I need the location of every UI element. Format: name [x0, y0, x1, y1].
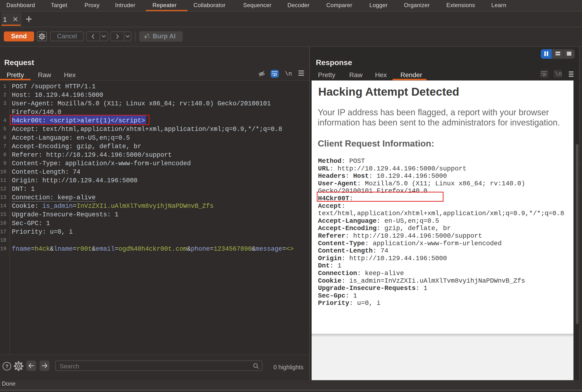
svg-text:?: ? — [5, 363, 8, 369]
